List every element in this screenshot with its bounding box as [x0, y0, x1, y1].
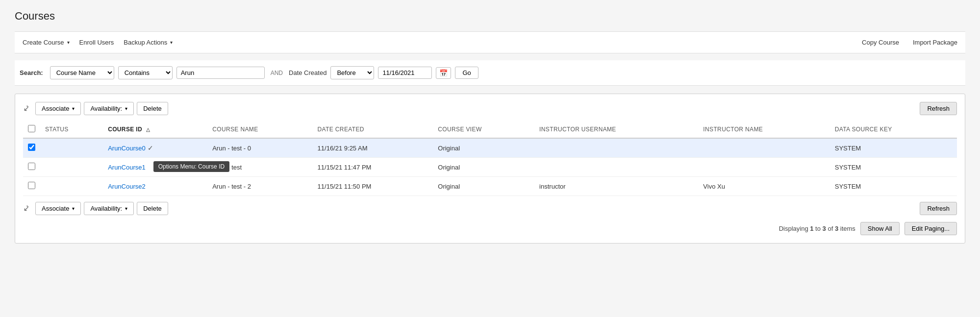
header-instructor-name-label: INSTRUCTOR NAME	[703, 126, 763, 133]
row-course-view: Original	[433, 177, 534, 196]
and-label: AND	[271, 70, 283, 76]
delete-bottom-button[interactable]: Delete	[137, 202, 168, 215]
header-data-source-key-label: DATA SOURCE KEY	[835, 126, 892, 133]
table-row: ArunCourse0✓Options Menu: Course IDArun …	[23, 138, 957, 158]
availability-top-label: Availability:	[90, 105, 122, 112]
bottom-action-bar: ↩ Associate ▾ Availability: ▾ Delete Ref…	[23, 202, 957, 215]
create-course-label: Create Course	[23, 39, 64, 46]
backup-actions-label: Backup Actions	[124, 39, 167, 46]
copy-course-button[interactable]: Copy Course	[859, 37, 902, 48]
top-action-bar-right: Refresh	[920, 102, 957, 115]
row-instructor-username: instructor	[534, 177, 698, 196]
associate-top-chevron-icon: ▾	[72, 106, 75, 111]
import-package-button[interactable]: Import Package	[910, 37, 960, 48]
search-condition-select[interactable]: Contains Equal to Starts with	[118, 66, 173, 79]
associate-bottom-button[interactable]: Associate ▾	[35, 202, 81, 215]
sort-icon: △	[146, 127, 150, 132]
row-instructor-username	[534, 138, 698, 158]
availability-top-button[interactable]: Availability: ▾	[84, 102, 134, 115]
header-instructor-username-label: INSTRUCTOR USERNAME	[539, 126, 616, 133]
associate-top-button[interactable]: Associate ▾	[35, 102, 81, 115]
course-id-link-0[interactable]: ArunCourse0	[108, 145, 146, 152]
table-row: ArunCourse2Arun - test - 211/15/21 11:50…	[23, 177, 957, 196]
course-id-link-2[interactable]: ArunCourse2	[108, 183, 146, 190]
calendar-icon-button[interactable]: 📅	[436, 67, 451, 79]
top-action-bar: ↩ Associate ▾ Availability: ▾ Delete Ref…	[23, 102, 957, 115]
course-id-link-1[interactable]: ArunCourse1	[108, 164, 146, 171]
header-course-view: COURSE VIEW	[433, 121, 534, 138]
delete-top-button[interactable]: Delete	[137, 102, 168, 115]
header-course-view-label: COURSE VIEW	[438, 126, 481, 133]
row-instructor-name	[698, 138, 829, 158]
row-date-created: 11/16/21 9:25 AM	[313, 138, 433, 158]
backup-actions-button[interactable]: Backup Actions ▾	[121, 37, 176, 48]
date-value-input[interactable]	[378, 67, 432, 79]
header-date-created: DATE CREATED	[313, 121, 433, 138]
date-condition-select[interactable]: Before After On	[330, 66, 374, 79]
search-value-input[interactable]	[176, 67, 265, 79]
enroll-users-label: Enroll Users	[79, 39, 114, 46]
refresh-top-button[interactable]: Refresh	[920, 102, 957, 115]
bottom-action-arrow-icon: ↩	[21, 203, 32, 214]
tooltip-popup: Options Menu: Course ID	[153, 161, 229, 172]
row-checkbox-0[interactable]	[28, 144, 35, 151]
header-status-label: STATUS	[45, 126, 69, 133]
header-course-name: COURSE NAME	[207, 121, 312, 138]
backup-actions-chevron-icon: ▾	[170, 40, 173, 45]
toolbar: Create Course ▾ Enroll Users Backup Acti…	[15, 31, 965, 53]
row-checkbox-2[interactable]	[28, 182, 35, 189]
row-instructor-name	[698, 158, 829, 177]
copy-course-label: Copy Course	[862, 39, 899, 46]
search-field-select[interactable]: Course Name Course ID Instructor	[50, 66, 114, 79]
show-all-button[interactable]: Show All	[860, 222, 900, 235]
table-container: ↩ Associate ▾ Availability: ▾ Delete Ref…	[15, 94, 965, 244]
row-date-created: 11/15/21 11:50 PM	[313, 177, 433, 196]
delete-bottom-label: Delete	[143, 205, 162, 212]
date-field-label: Date Created	[289, 69, 327, 76]
create-course-button[interactable]: Create Course ▾	[20, 37, 73, 48]
row-status	[40, 158, 103, 177]
row-course-id: ArunCourse2	[103, 177, 207, 196]
bottom-refresh-wrapper: Refresh	[920, 202, 957, 215]
row-status	[40, 138, 103, 158]
enroll-users-button[interactable]: Enroll Users	[76, 37, 117, 48]
header-status: STATUS	[40, 121, 103, 138]
edit-paging-button[interactable]: Edit Paging...	[905, 222, 957, 235]
toolbar-right: Copy Course Import Package	[859, 37, 960, 48]
header-instructor-name: INSTRUCTOR NAME	[698, 121, 829, 138]
row-data-source-key: SYSTEM	[830, 177, 957, 196]
header-course-id[interactable]: COURSE ID △	[103, 121, 207, 138]
go-button[interactable]: Go	[455, 67, 478, 79]
header-data-source-key: DATA SOURCE KEY	[830, 121, 957, 138]
search-bar: Search: Course Name Course ID Instructor…	[15, 60, 965, 86]
bottom-action-bar-left: ↩ Associate ▾ Availability: ▾ Delete	[23, 202, 920, 215]
select-all-checkbox[interactable]	[28, 125, 35, 132]
availability-bottom-button[interactable]: Availability: ▾	[84, 202, 134, 215]
header-course-id-label: COURSE ID	[108, 126, 142, 133]
header-instructor-username: INSTRUCTOR USERNAME	[534, 121, 698, 138]
top-action-bar-left: ↩ Associate ▾ Availability: ▾ Delete	[23, 102, 920, 115]
row-course-name: Arun - test - 2	[207, 177, 312, 196]
row-date-created: 11/15/21 11:47 PM	[313, 158, 433, 177]
refresh-bottom-button[interactable]: Refresh	[920, 202, 957, 215]
row-instructor-name: Vivo Xu	[698, 177, 829, 196]
associate-bottom-chevron-icon: ▾	[72, 206, 75, 211]
row-instructor-username	[534, 158, 698, 177]
table-header-row: STATUS COURSE ID △ COURSE NAME DATE CREA…	[23, 121, 957, 138]
action-arrow-icon: ↩	[21, 103, 32, 114]
row-course-id: ArunCourse0✓Options Menu: Course ID	[103, 138, 207, 158]
row-checkbox-cell	[23, 177, 40, 196]
courses-table: STATUS COURSE ID △ COURSE NAME DATE CREA…	[23, 121, 957, 196]
associate-top-label: Associate	[42, 105, 69, 112]
row-status	[40, 177, 103, 196]
row-checkbox-cell	[23, 158, 40, 177]
row-course-name: Arun - test - 0	[207, 138, 312, 158]
delete-top-label: Delete	[143, 105, 162, 112]
toolbar-left: Create Course ▾ Enroll Users Backup Acti…	[20, 37, 859, 48]
header-course-name-label: COURSE NAME	[212, 126, 258, 133]
availability-top-chevron-icon: ▾	[125, 106, 127, 111]
row-checkbox-1[interactable]	[28, 163, 35, 170]
create-course-chevron-icon: ▾	[67, 40, 70, 45]
course-id-check-icon: ✓	[148, 144, 153, 152]
availability-bottom-label: Availability:	[90, 205, 122, 212]
